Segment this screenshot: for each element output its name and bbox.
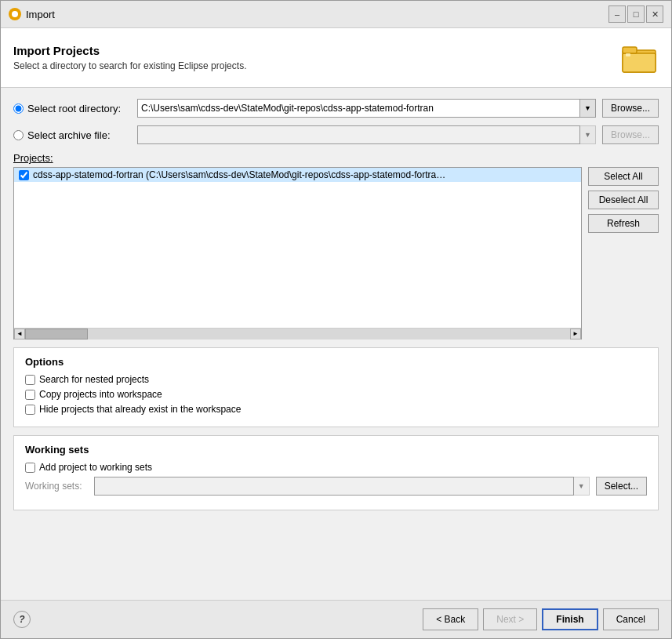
options-title: Options (25, 356, 647, 368)
projects-label: Projects: (13, 152, 659, 164)
import-dialog: Import – □ ✕ Import Projects Select a di… (0, 0, 672, 639)
next-button: Next > (483, 608, 537, 630)
footer-right: < Back Next > Finish Cancel (423, 608, 659, 630)
hide-projects-checkbox[interactable] (25, 405, 35, 415)
nested-projects-label: Search for nested projects (39, 374, 149, 385)
add-to-working-sets-label: Add project to working sets (39, 462, 152, 473)
eclipse-icon (9, 8, 21, 20)
option-nested-projects: Search for nested projects (25, 374, 647, 385)
minimize-button[interactable]: – (608, 5, 626, 23)
projects-list-container: cdss-app-statemod-fortran (C:\Users\sam\… (13, 167, 582, 339)
scroll-track[interactable] (25, 329, 570, 339)
svg-rect-5 (626, 53, 630, 56)
back-button[interactable]: < Back (423, 608, 478, 630)
option-hide-projects: Hide projects that already exist in the … (25, 404, 647, 415)
deselect-all-button[interactable]: Deselect All (588, 191, 659, 209)
archive-file-input (137, 125, 580, 144)
working-sets-select-button[interactable]: Select... (596, 477, 647, 496)
archive-file-radio[interactable] (13, 130, 24, 140)
root-directory-label: Select root directory: (27, 103, 121, 114)
projects-section: Projects: cdss-app-statemod-fortran (C:\… (13, 152, 659, 339)
header-section: Import Projects Select a directory to se… (1, 28, 671, 88)
working-sets-combo: ▼ (94, 477, 590, 496)
projects-area: cdss-app-statemod-fortran (C:\Users\sam\… (13, 167, 659, 339)
working-sets-title: Working sets (25, 444, 647, 456)
project-label: cdss-app-statemod-fortran (C:\Users\sam\… (33, 169, 445, 180)
header-text: Import Projects Select a directory to se… (13, 44, 246, 71)
content-area: Select root directory: ▼ Browse... Selec… (1, 88, 671, 600)
archive-file-radio-label[interactable]: Select archive file: (13, 129, 131, 141)
folder-icon (621, 38, 659, 78)
add-to-working-sets-checkbox[interactable] (25, 463, 35, 473)
help-button[interactable]: ? (13, 611, 31, 628)
root-directory-radio-label[interactable]: Select root directory: (13, 103, 131, 114)
close-button[interactable]: ✕ (646, 5, 663, 23)
side-buttons: Select All Deselect All Refresh (588, 167, 659, 339)
add-to-working-sets-row: Add project to working sets (25, 462, 647, 473)
copy-projects-checkbox[interactable] (25, 390, 35, 400)
working-sets-label: Working sets: (25, 481, 88, 492)
browse-root-button[interactable]: Browse... (602, 99, 659, 118)
root-directory-radio[interactable] (13, 103, 24, 114)
options-section: Options Search for nested projects Copy … (13, 347, 659, 427)
title-controls: – □ ✕ (608, 5, 663, 23)
working-sets-input (94, 477, 574, 496)
working-sets-combo-row: Working sets: ▼ Select... (25, 477, 647, 496)
scroll-right-arrow[interactable]: ► (570, 329, 581, 339)
root-directory-dropdown-btn[interactable]: ▼ (580, 99, 596, 118)
maximize-button[interactable]: □ (627, 5, 645, 23)
horizontal-scrollbar[interactable]: ◄ ► (14, 328, 581, 339)
root-directory-input[interactable] (137, 99, 580, 118)
title-label: Import (26, 9, 55, 20)
archive-file-dropdown-btn: ▼ (580, 125, 596, 144)
archive-file-label: Select archive file: (27, 129, 111, 141)
project-checkbox[interactable] (19, 170, 29, 180)
nested-projects-checkbox[interactable] (25, 375, 35, 385)
scroll-left-arrow[interactable]: ◄ (14, 329, 25, 339)
archive-file-combo: ▼ (137, 125, 596, 144)
root-directory-row: Select root directory: ▼ Browse... (13, 99, 659, 118)
browse-archive-button: Browse... (602, 125, 659, 144)
scroll-thumb[interactable] (25, 329, 88, 339)
title-bar: Import – □ ✕ (1, 1, 671, 28)
working-sets-section: Working sets Add project to working sets… (13, 435, 659, 510)
dialog-title: Import Projects (13, 44, 246, 57)
footer-left: ? (13, 611, 31, 628)
finish-button[interactable]: Finish (542, 608, 598, 630)
root-directory-combo: ▼ (137, 99, 596, 118)
refresh-button[interactable]: Refresh (588, 214, 659, 233)
select-all-button[interactable]: Select All (588, 167, 659, 186)
working-sets-dropdown-btn: ▼ (574, 477, 590, 496)
archive-file-row: Select archive file: ▼ Browse... (13, 125, 659, 144)
project-item[interactable]: cdss-app-statemod-fortran (C:\Users\sam\… (14, 168, 581, 182)
projects-list-scroll[interactable]: cdss-app-statemod-fortran (C:\Users\sam\… (14, 168, 581, 328)
cancel-button[interactable]: Cancel (603, 608, 659, 630)
hide-projects-label: Hide projects that already exist in the … (39, 404, 241, 415)
svg-rect-4 (623, 47, 637, 53)
option-copy-projects: Copy projects into workspace (25, 389, 647, 400)
title-bar-left: Import (9, 8, 55, 20)
footer: ? < Back Next > Finish Cancel (1, 600, 671, 638)
svg-point-1 (12, 11, 18, 17)
copy-projects-label: Copy projects into workspace (39, 389, 162, 400)
dialog-subtitle: Select a directory to search for existin… (13, 60, 246, 71)
